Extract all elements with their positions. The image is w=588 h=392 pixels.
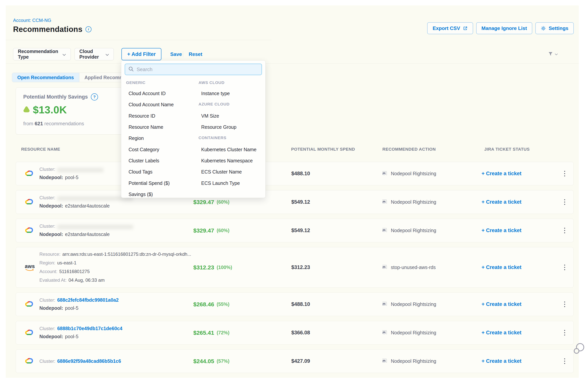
savings-percent: (60%) [216,199,230,205]
filter-option[interactable]: Kubernetes Cluster Name [201,147,256,152]
row-menu-button[interactable] [562,321,567,344]
filter-option[interactable]: Resource ID [128,113,155,119]
potential-monthly-spend-cell: $549.12 [291,190,310,214]
column-header: JIRA TICKET STATUS [484,147,530,152]
account-breadcrumb[interactable]: Account: CCM-NG [13,18,51,23]
row-menu-button[interactable] [562,190,567,214]
row-menu-button[interactable] [562,219,567,242]
nodepool-label: Nodepool: [40,305,63,311]
recommendation-row[interactable]: awsResource:arn:aws:rds:us-east-1:511616… [16,247,574,288]
recommended-action-cell: Nodepool Rightsizing [382,293,436,316]
filter-option[interactable]: Cloud Tags [128,169,152,175]
redacted-cluster-name [57,168,104,172]
filter-option[interactable]: Cluster Labels [128,158,159,164]
recommended-action-cell: Nodepool Rightsizing [382,162,436,185]
search-input[interactable] [136,66,258,73]
gcp-cloud-icon [25,329,34,337]
row-menu-button[interactable] [562,247,567,288]
savings-percent: (60%) [216,228,230,233]
support-chat-icon[interactable] [573,342,585,356]
chevron-down-icon [62,52,66,57]
row-menu-button[interactable] [562,350,567,373]
cluster-line: Cluster: [40,224,133,229]
recommendation-row[interactable]: Cluster:Nodepool:e2standar4autoscale$329… [16,190,574,214]
recommended-action-cell: stop-unused-aws-rds [382,247,436,288]
cluster-name-link[interactable]: 688c2fefc84fbdc99801a0a2 [57,297,119,303]
create-ticket-button[interactable]: + Create a ticket [482,162,522,185]
row-menu-button[interactable] [562,293,567,316]
filter-option[interactable]: Cloud Account Name [128,102,174,108]
create-ticket-button[interactable]: + Create a ticket [482,293,522,316]
filter-links-divider [183,51,183,57]
potential-monthly-spend-cell: $488.10 [291,162,310,185]
filter-section-label: AWS CLOUD [198,80,225,85]
page-title: Recommendations [13,25,82,34]
savings-amount: $329.47 [193,199,214,206]
header-actions: Export CSV Manage Ignore List Settings [427,22,574,34]
filter-option[interactable]: Potential Spend ($) [128,180,170,186]
help-icon[interactable]: ? [91,94,98,100]
recommendation-row[interactable]: Cluster:6886e92f59a48cad86b5b1c6$244.05(… [16,349,574,373]
recommended-action-label: Nodepool Rightsizing [391,171,436,176]
nodepool-line: Nodepool:e2standar4autoscale [40,203,110,209]
cloud-provider-filter[interactable]: Cloud Provider [74,48,114,60]
monthly-savings-cell: $329.47(60%) [193,219,230,242]
filter-option[interactable]: Cloud Account ID [128,91,166,96]
resource-detail-line: Resource:arn:aws:rds:us-east-1:511616801… [40,252,191,257]
filter-option[interactable]: Savings ($) [128,192,153,197]
recommendation-count: 621 [34,121,43,126]
filter-option[interactable]: ECS Launch Type [201,180,240,186]
reset-filter-button[interactable]: Reset [189,48,202,60]
cluster-line: Cluster: [40,195,133,201]
info-icon[interactable]: i [86,26,92,32]
recommended-action-label: Nodepool Rightsizing [391,228,436,233]
savings-amount: $312.23 [193,264,214,271]
manage-ignore-list-button[interactable]: Manage Ignore List [476,22,532,34]
cluster-label: Cluster: [40,195,55,200]
filter-option[interactable]: Kubernetes Namespace [201,158,253,164]
savings-amount: $265.41 [193,330,214,336]
create-ticket-button[interactable]: + Create a ticket [482,350,522,373]
recommendation-row[interactable]: Cluster:Nodepool:e2standar4autoscale$329… [16,219,574,242]
gear-icon [541,26,546,31]
cluster-label: Cluster: [40,326,55,331]
export-csv-button[interactable]: Export CSV [427,22,473,34]
add-filter-button[interactable]: + Add Filter [122,48,162,60]
save-filter-button[interactable]: Save [170,48,182,60]
settings-button[interactable]: Settings [535,22,574,34]
cluster-name-link[interactable]: 6888b1c70e49db17c1de60c4 [57,326,122,331]
nodepool-action-icon [382,227,388,234]
create-ticket-button[interactable]: + Create a ticket [482,247,522,288]
table-header-row: RESOURCE NAMEPOTENTIAL MONTHLY SPENDRECO… [6,147,579,152]
nodepool-value: pool-5 [65,334,78,339]
filter-option[interactable]: Resource Group [201,124,236,130]
filter-option[interactable]: Instance type [201,91,230,96]
filter-panel-toggle[interactable] [548,52,558,57]
resource-detail-line: Evaluated At:04 Aug, 06:33 am [40,278,105,283]
row-menu-button[interactable] [562,162,567,185]
resource-detail-line: Region:us-east-1 [40,260,76,266]
filter-option[interactable]: Resource Name [128,124,163,130]
savings-amount: $329.47 [193,227,214,234]
nodepool-line: Nodepool:pool-5 [40,334,78,339]
create-ticket-button[interactable]: + Create a ticket [482,321,522,344]
savings-subtext: from 621 recommendations [23,121,84,127]
recommendation-row[interactable]: Cluster:688c2fefc84fbdc99801a0a2Nodepool… [16,292,574,316]
recommendation-row[interactable]: Cluster:Nodepool:pool-5$488.10Nodepool R… [16,162,574,186]
detail-value: 511616801275 [59,269,90,274]
cluster-name-link[interactable]: 6886e92f59a48cad86b5b1c6 [57,358,121,364]
nodepool-action-icon [382,199,388,206]
savings-amount: $13.0K [33,104,67,116]
recommendation-row[interactable]: Cluster:6888b1c70e49db17c1de60c4Nodepool… [16,321,574,344]
create-ticket-button[interactable]: + Create a ticket [482,190,522,214]
gcp-cloud-icon [25,198,34,206]
recommendation-type-filter[interactable]: Recommendation Type [13,48,71,60]
filter-option[interactable]: Cost Category [128,147,159,152]
filter-option[interactable]: VM Size [201,113,219,119]
create-ticket-button[interactable]: + Create a ticket [482,219,522,242]
nodepool-action-icon [382,358,388,364]
filter-option[interactable]: Region [128,136,144,141]
tab-open-recommendations[interactable]: Open Recommendations [12,73,79,82]
filter-option[interactable]: ECS Cluster Name [201,169,242,175]
column-header: RESOURCE NAME [21,147,60,152]
